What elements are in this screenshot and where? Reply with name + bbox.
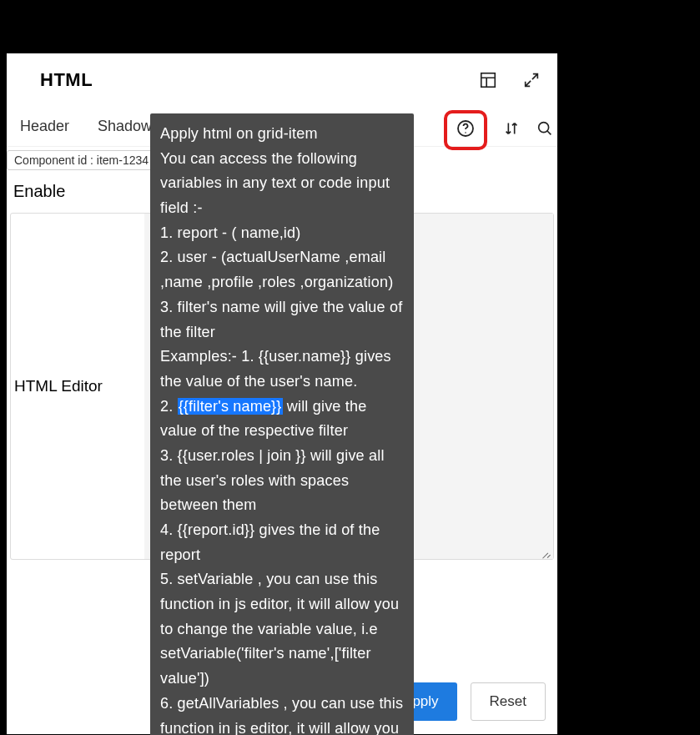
tooltip-intro: You can access the following variables i… [160, 147, 404, 221]
svg-rect-0 [481, 73, 496, 88]
tooltip-ex4: 4. {{report.id}} gives the id of the rep… [160, 518, 404, 567]
help-icon[interactable] [444, 110, 487, 150]
reset-button[interactable]: Reset [471, 682, 546, 721]
help-tooltip: Apply html on grid-item You can access t… [150, 113, 414, 735]
tooltip-var3: 3. filter's name will give the value of … [160, 295, 404, 345]
tooltip-ex5: 5. setVariable , you can use this functi… [160, 567, 404, 691]
svg-point-2 [465, 132, 466, 133]
tab-shadow[interactable]: Shadow [98, 118, 152, 135]
topbar: HTML [7, 53, 557, 107]
tooltip-ex2-highlight: {{filter's name}} [178, 398, 283, 415]
sort-icon[interactable] [502, 119, 521, 141]
tooltip-title: Apply html on grid-item [160, 122, 404, 147]
tooltip-var2: 2. user - (actualUserName ,email ,name ,… [160, 245, 404, 295]
tooltip-ex2-pre: 2. [160, 398, 178, 415]
tab-header[interactable]: Header [20, 118, 69, 135]
search-icon[interactable] [536, 119, 554, 141]
tooltip-var1: 1. report - ( name,id) [160, 221, 404, 246]
expand-icon[interactable] [522, 71, 541, 89]
tooltip-ex3: 3. {{user.roles | join }} will give all … [160, 444, 404, 518]
tooltip-ex1: Examples:- 1. {{user.name}} gives the va… [160, 345, 404, 394]
resize-handle-icon[interactable] [541, 547, 551, 557]
component-id-pill: Component id : item-1234 [7, 150, 156, 170]
editor-label: HTML Editor [11, 214, 144, 559]
tooltip-ex2: 2. {{filter's name}} will give the value… [160, 395, 404, 444]
page-title: HTML [40, 69, 93, 91]
settings-panel: HTML Header Shadow Background ••• [7, 53, 557, 734]
tooltip-ex6: 6. getAllVariables , you can use this fu… [160, 692, 404, 735]
enable-label: Enable [13, 182, 65, 201]
layout-icon[interactable] [479, 71, 497, 89]
